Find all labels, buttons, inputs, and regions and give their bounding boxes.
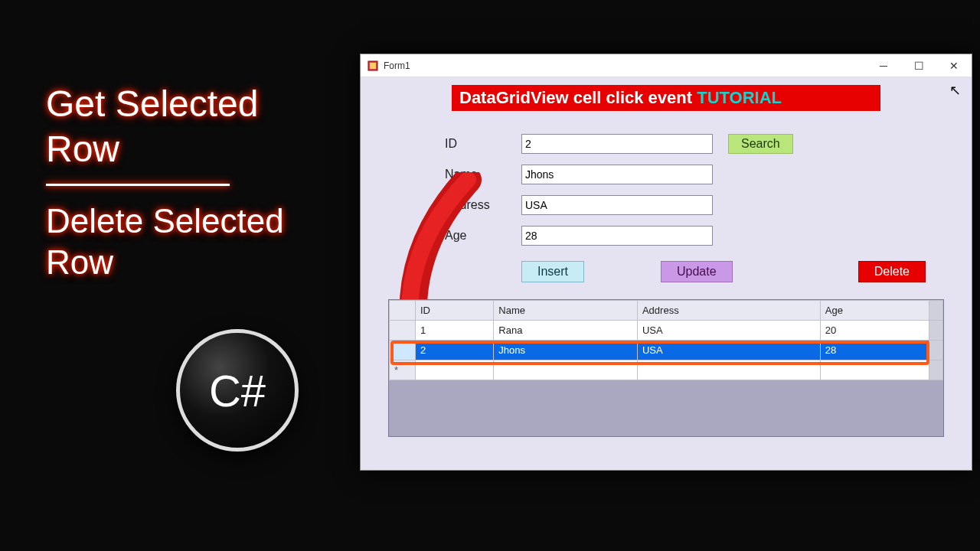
promo-line-2: Row [46, 129, 337, 170]
row-header[interactable] [390, 341, 416, 360]
id-label: ID [445, 137, 521, 151]
window-title: Form1 [384, 60, 410, 71]
datagrid[interactable]: ID Name Address Age 1 Rana USA 20 [389, 300, 943, 380]
minimize-button[interactable]: ─ [866, 54, 901, 77]
delete-button[interactable]: Delete [858, 261, 926, 282]
table-row-new[interactable] [390, 360, 943, 380]
promo-divider [46, 184, 230, 186]
app-icon [367, 60, 379, 72]
grid-header-age[interactable]: Age [820, 301, 929, 321]
promo-line-4: Row [46, 244, 337, 281]
grid-header-address[interactable]: Address [637, 301, 820, 321]
grid-header-spacer [929, 301, 943, 321]
svg-rect-1 [370, 63, 376, 69]
csharp-badge: C# [176, 329, 299, 452]
datagrid-container: ID Name Address Age 1 Rana USA 20 [388, 299, 944, 437]
promo-line-3: Delete Selected [46, 203, 337, 240]
row-header[interactable] [390, 360, 416, 380]
age-label: Age [445, 229, 521, 243]
app-window: Form1 ─ ☐ ✕ ↖ DataGridView cell click ev… [360, 54, 972, 471]
grid-header-name[interactable]: Name [494, 301, 638, 321]
address-label: Address [445, 198, 521, 212]
csharp-badge-label: C# [209, 365, 266, 416]
promo-line-1: Get Selected [46, 84, 337, 125]
window-titlebar[interactable]: Form1 ─ ☐ ✕ [361, 54, 972, 77]
promo-side-text: Get Selected Row Delete Selected Row [46, 84, 337, 285]
cursor-icon: ↖ [949, 82, 961, 99]
address-input[interactable] [521, 195, 713, 215]
row-header[interactable] [390, 321, 416, 341]
name-label: Name [445, 168, 521, 181]
grid-corner[interactable] [390, 301, 416, 321]
name-input[interactable] [521, 165, 713, 184]
update-button[interactable]: Update [661, 261, 733, 282]
search-button[interactable]: Search [728, 134, 793, 154]
maximize-button[interactable]: ☐ [901, 54, 936, 77]
grid-header-id[interactable]: ID [416, 301, 494, 321]
tutorial-banner: DataGridView cell click event TUTORIAL [452, 85, 880, 111]
table-row[interactable]: 1 Rana USA 20 [390, 321, 943, 341]
close-button[interactable]: ✕ [936, 54, 972, 77]
form-area: ID Search Name Address Age Insert Update… [361, 111, 972, 299]
insert-button[interactable]: Insert [521, 261, 584, 282]
age-input[interactable] [521, 226, 713, 246]
table-row[interactable]: 2 Jhons USA 28 [390, 341, 943, 360]
id-input[interactable] [521, 134, 713, 154]
